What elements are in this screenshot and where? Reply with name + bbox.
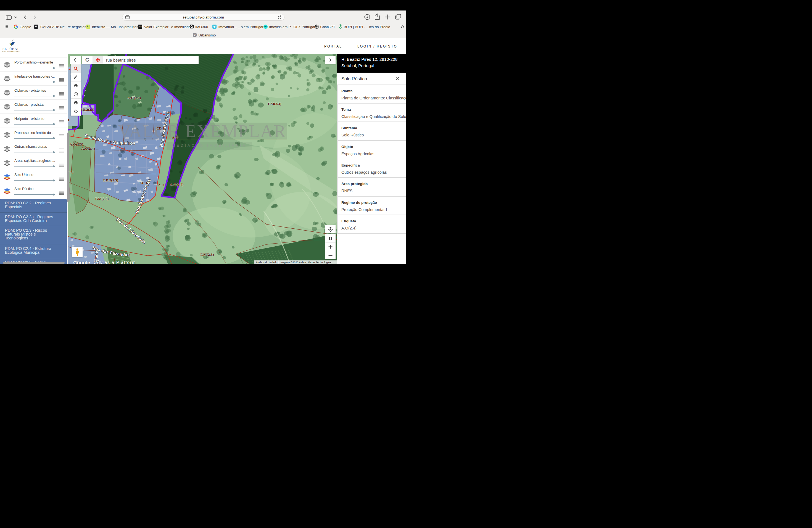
svg-text:A.O: A.O bbox=[172, 135, 178, 140]
svg-text:F.M(2.3): F.M(2.3) bbox=[268, 102, 281, 106]
svg-text:A.O: A.O bbox=[158, 183, 164, 187]
svg-text:A.O(2.4): A.O(2.4) bbox=[81, 146, 95, 150]
svg-text:F.M(2.5): F.M(2.5) bbox=[95, 196, 109, 201]
svg-text:F.M(2.3): F.M(2.3) bbox=[201, 252, 214, 256]
svg-text:A.O(2.5): A.O(2.5) bbox=[127, 96, 141, 100]
svg-text:A.O(2.4): A.O(2.4) bbox=[170, 182, 184, 186]
svg-text:1: 1 bbox=[68, 118, 70, 122]
svg-text:MEDIAÇÃO IMOBILIÁRIA: MEDIAÇÃO IMOBILIÁRIA bbox=[172, 143, 247, 147]
svg-text:ED.1: ED.1 bbox=[140, 180, 147, 185]
svg-text:ED.1: ED.1 bbox=[157, 126, 164, 130]
svg-text:A.O(2.3): A.O(2.3) bbox=[70, 142, 83, 146]
svg-text:ED.2(2.5): ED.2(2.5) bbox=[103, 178, 118, 182]
svg-text:ED.2(2.5: ED.2(2.5 bbox=[80, 107, 94, 112]
svg-text:VALOR EXEMPLAR: VALOR EXEMPLAR bbox=[118, 121, 286, 141]
